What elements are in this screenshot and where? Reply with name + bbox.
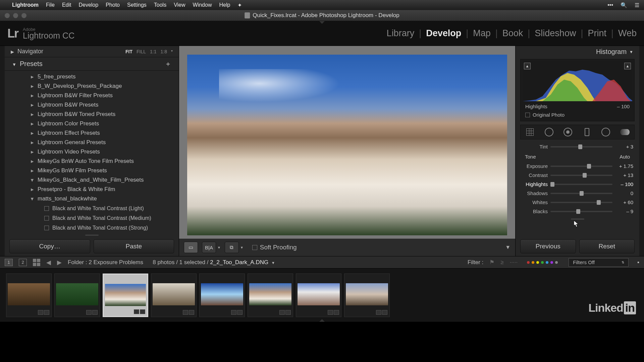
app-menu[interactable]: Lightroom <box>12 2 39 8</box>
nav-back-icon[interactable]: ◀ <box>46 259 51 266</box>
spot-removal-icon[interactable] <box>543 127 555 137</box>
preset-item[interactable]: Black and White Tonal Contrast (Light) <box>5 203 179 213</box>
filmstrip-toggle-icon[interactable] <box>319 319 325 322</box>
zoom-chevron-icon[interactable]: ▾ <box>171 49 173 54</box>
left-edge-grip[interactable] <box>0 46 5 256</box>
before-after-icon[interactable]: B|A <box>202 242 216 253</box>
filmstrip-thumbnail[interactable] <box>6 274 52 317</box>
module-web[interactable]: Web <box>618 28 637 39</box>
filters-off-dropdown[interactable]: Filters Off⇅ <box>569 258 629 267</box>
auto-tone-button[interactable]: Auto <box>620 154 630 160</box>
chevron-down-icon[interactable]: ▼ <box>240 246 244 249</box>
panel-resize-handle[interactable] <box>516 217 639 221</box>
menu-extras-icon[interactable]: ••• <box>607 2 613 8</box>
top-panel-toggle-icon[interactable] <box>319 21 325 24</box>
preset-folder[interactable]: ▶matts_tonal_blackwhite <box>5 194 179 203</box>
menu-settings[interactable]: Settings <box>127 2 147 8</box>
compare-swap-icon[interactable]: ⧉ <box>225 242 239 253</box>
spotlight-icon[interactable]: 🔍 <box>621 2 627 8</box>
exposure-slider[interactable] <box>550 166 612 167</box>
preset-folder[interactable]: ▶User Presets <box>5 233 179 233</box>
secondary-display-button[interactable]: 2 <box>19 259 27 266</box>
creative-cloud-icon[interactable]: ✦ <box>237 2 242 8</box>
slider-value[interactable]: + 60 <box>615 199 633 205</box>
zoom-1-1[interactable]: 1:1 <box>150 49 156 54</box>
radial-filter-icon[interactable] <box>600 127 611 137</box>
filmstrip-thumbnail[interactable] <box>103 274 148 317</box>
preset-item[interactable]: Black and White Tonal Contrast (Strong) <box>5 223 179 233</box>
filmstrip-thumbnail[interactable] <box>54 274 100 317</box>
crop-tool-icon[interactable] <box>524 127 536 137</box>
module-book[interactable]: Book <box>502 28 523 39</box>
preset-folder[interactable]: ▶Lightroom Video Presets <box>5 147 179 157</box>
menu-edit[interactable]: Edit <box>62 2 71 8</box>
preset-folder[interactable]: ▶MikeyGs_Black_and_White_Film_Presets <box>5 175 179 185</box>
module-library[interactable]: Library <box>387 28 415 39</box>
preset-folder[interactable]: ▶5_free_presets <box>5 72 179 81</box>
filmstrip-thumbnail[interactable] <box>151 274 197 317</box>
menu-develop[interactable]: Develop <box>78 2 98 8</box>
module-print[interactable]: Print <box>588 28 606 39</box>
preset-folder[interactable]: ▶Lightroom B&W Toned Presets <box>5 110 179 119</box>
reset-button[interactable]: Reset <box>579 239 635 253</box>
preset-folder[interactable]: ▶Lightroom Effect Presets <box>5 128 179 138</box>
menu-help[interactable]: Help <box>219 2 230 8</box>
presets-header[interactable]: ▼Presets ＋ <box>5 57 179 71</box>
color-label-filter[interactable] <box>527 261 558 264</box>
menu-window[interactable]: Window <box>193 2 212 8</box>
slider-value[interactable]: 0 <box>615 190 633 196</box>
filmstrip-thumbnail[interactable] <box>344 274 390 317</box>
menu-view[interactable]: View <box>174 2 185 8</box>
zoom-fit[interactable]: FIT <box>125 49 132 54</box>
menu-list-icon[interactable]: ☰ <box>635 2 639 8</box>
zoom-ratio[interactable]: 1:8 <box>161 49 167 54</box>
copy-button[interactable]: Copy… <box>9 239 90 253</box>
blacks-slider[interactable] <box>550 211 612 212</box>
preset-folder[interactable]: ▶Lightroom B&W Filter Presets <box>5 91 179 100</box>
new-preset-icon[interactable]: ＋ <box>165 59 171 68</box>
chevron-down-icon[interactable]: ▼ <box>271 261 275 265</box>
loupe-view-icon[interactable]: ▭ <box>184 242 198 253</box>
adjustment-brush-icon[interactable] <box>619 127 631 137</box>
filmstrip-thumbnail[interactable] <box>248 274 293 317</box>
flag-filter-icon[interactable]: ⚑ <box>489 259 494 266</box>
filmstrip-thumbnail[interactable] <box>199 274 245 317</box>
nav-forward-icon[interactable]: ▶ <box>57 259 62 266</box>
preset-folder[interactable]: ▶Lightroom B&W Presets <box>5 100 179 110</box>
original-photo-checkbox[interactable] <box>525 113 530 117</box>
zoom-fill[interactable]: FILL <box>137 49 146 54</box>
previous-button[interactable]: Previous <box>520 239 576 253</box>
preset-folder[interactable]: ▶B_W_Develop_Presets_Package <box>5 81 179 91</box>
right-edge-grip[interactable] <box>639 46 644 256</box>
traffic-lights[interactable] <box>0 13 26 18</box>
source-path[interactable]: Folder : 2 Exposure Problems 8 photos / … <box>68 259 275 266</box>
image-canvas[interactable] <box>179 46 515 239</box>
chevron-down-icon[interactable]: ▼ <box>217 246 221 249</box>
tint-slider[interactable] <box>550 146 612 147</box>
menu-file[interactable]: File <box>46 2 55 8</box>
preset-folder[interactable]: ▶MikeyGs BnW Auto Tone Film Presets <box>5 157 179 166</box>
module-slideshow[interactable]: Slideshow <box>535 28 576 39</box>
contrast-slider[interactable] <box>550 175 612 176</box>
soft-proofing-checkbox[interactable] <box>252 245 257 250</box>
rating-filter-icon[interactable]: ≥ <box>500 259 503 266</box>
module-map[interactable]: Map <box>473 28 491 39</box>
star-filter-icon[interactable]: ····· <box>510 259 518 266</box>
histogram-canvas[interactable]: ▲ ▲ <box>523 61 632 102</box>
tint-value[interactable]: + 3 <box>615 144 633 149</box>
highlights-slider[interactable] <box>550 184 612 185</box>
panel-resize-handle[interactable] <box>5 233 179 237</box>
graduated-filter-icon[interactable] <box>581 127 593 137</box>
preset-folder[interactable]: ▶Lightroom Color Presets <box>5 119 179 128</box>
menu-tools[interactable]: Tools <box>154 2 166 8</box>
paste-button[interactable]: Paste <box>94 239 174 253</box>
preset-item[interactable]: Black and White Tonal Contrast (Medium) <box>5 213 179 223</box>
redeye-tool-icon[interactable] <box>562 127 574 137</box>
shadows-slider[interactable] <box>550 193 612 194</box>
toolbar-options-icon[interactable]: ▼ <box>505 244 511 250</box>
module-develop[interactable]: Develop <box>426 28 461 39</box>
primary-display-button[interactable]: 1 <box>5 259 13 266</box>
histogram-header[interactable]: Histogram ▼ <box>516 46 639 58</box>
preset-folder[interactable]: ▶Lightroom General Presets <box>5 138 179 147</box>
slider-value[interactable]: – 9 <box>615 208 633 214</box>
